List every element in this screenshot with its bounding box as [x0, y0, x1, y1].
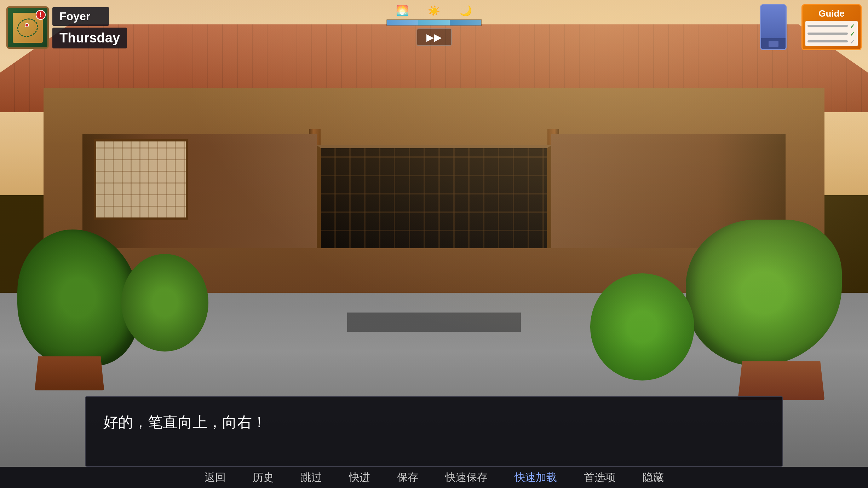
- guide-button[interactable]: Guide ✓ ✓ ✓: [801, 4, 862, 50]
- guide-line-2: ✓: [807, 31, 856, 36]
- time-bar-morning: [387, 20, 419, 25]
- location-label: Foyer: [52, 7, 109, 26]
- menu-fast-forward[interactable]: 快进: [346, 469, 373, 486]
- map-icon: !: [13, 13, 43, 43]
- menu-history[interactable]: 历史: [250, 469, 277, 486]
- menu-preferences[interactable]: 首选项: [581, 469, 619, 486]
- evening-icon: 🌙: [450, 4, 482, 18]
- bottom-menu: 返回 历史 跳过 快进 保存 快速保存 快速加载 首选项 隐藏: [0, 467, 868, 488]
- guide-checklist: ✓ ✓ ✓: [805, 21, 858, 46]
- morning-icon: 🌅: [386, 4, 418, 18]
- guide-label: Guide: [818, 8, 845, 19]
- guide-line-3: ✓: [807, 39, 856, 44]
- menu-quick-save[interactable]: 快速保存: [442, 469, 490, 486]
- menu-quick-load[interactable]: 快速加载: [512, 469, 560, 486]
- map-button[interactable]: !: [6, 6, 49, 49]
- dialogue-box[interactable]: 好的，笔直向上，向右！: [85, 396, 783, 467]
- phone-screen: [761, 5, 786, 38]
- time-bar-evening: [450, 20, 481, 25]
- time-bar: [386, 19, 482, 26]
- menu-back[interactable]: 返回: [202, 469, 229, 486]
- afternoon-icon: ☀️: [418, 4, 450, 18]
- time-bar-afternoon: [418, 20, 450, 25]
- menu-save[interactable]: 保存: [394, 469, 421, 486]
- menu-skip[interactable]: 跳过: [298, 469, 325, 486]
- fast-forward-button[interactable]: ▶▶: [416, 28, 452, 46]
- map-exclamation-icon: !: [36, 10, 46, 20]
- menu-hide[interactable]: 隐藏: [640, 469, 667, 486]
- dialogue-text: 好的，笔直向上，向右！: [103, 411, 765, 433]
- day-label: Thursday: [52, 28, 127, 48]
- phone-home-button: [761, 38, 786, 49]
- guide-line-1: ✓: [807, 23, 856, 29]
- phone-widget[interactable]: [760, 4, 787, 50]
- time-indicator: 🌅 ☀️ 🌙 ▶▶: [386, 4, 482, 46]
